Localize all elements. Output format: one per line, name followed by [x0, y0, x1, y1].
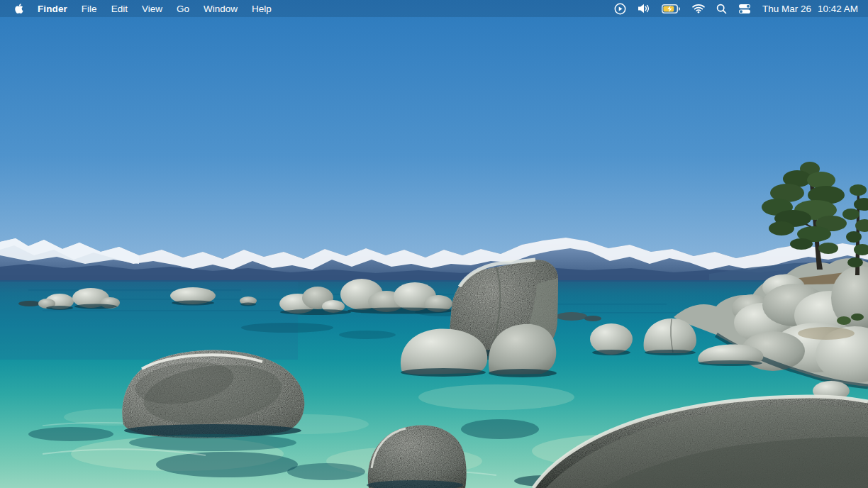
app-menu[interactable]: Finder	[30, 4, 74, 14]
apple-logo-icon	[14, 3, 23, 14]
menu-bar: Finder File Edit View Go Window Help	[0, 0, 868, 17]
volume-icon[interactable]	[632, 0, 656, 17]
apple-menu[interactable]	[7, 0, 30, 17]
menu-file[interactable]: File	[74, 4, 104, 14]
menu-help[interactable]: Help	[245, 4, 279, 14]
menu-window[interactable]: Window	[196, 4, 245, 14]
wifi-icon[interactable]	[686, 0, 711, 17]
clock-time: 10:42 AM	[818, 4, 858, 14]
desktop: Finder File Edit View Go Window Help	[0, 0, 868, 488]
menu-bar-status: Thu Mar 26 10:42 AM	[608, 0, 868, 17]
menu-view[interactable]: View	[135, 4, 169, 14]
desktop-wallpaper	[0, 0, 868, 488]
battery-icon[interactable]	[656, 0, 686, 17]
menu-bar-left: Finder File Edit View Go Window Help	[0, 0, 279, 17]
sky	[0, 0, 868, 282]
menu-go[interactable]: Go	[169, 4, 196, 14]
menu-bar-clock[interactable]: Thu Mar 26 10:42 AM	[757, 4, 862, 14]
control-center-icon[interactable]	[733, 0, 757, 17]
clock-date: Thu Mar 26	[762, 4, 811, 14]
menu-edit[interactable]: Edit	[104, 4, 135, 14]
now-playing-icon[interactable]	[608, 0, 632, 17]
spotlight-icon[interactable]	[711, 0, 733, 17]
